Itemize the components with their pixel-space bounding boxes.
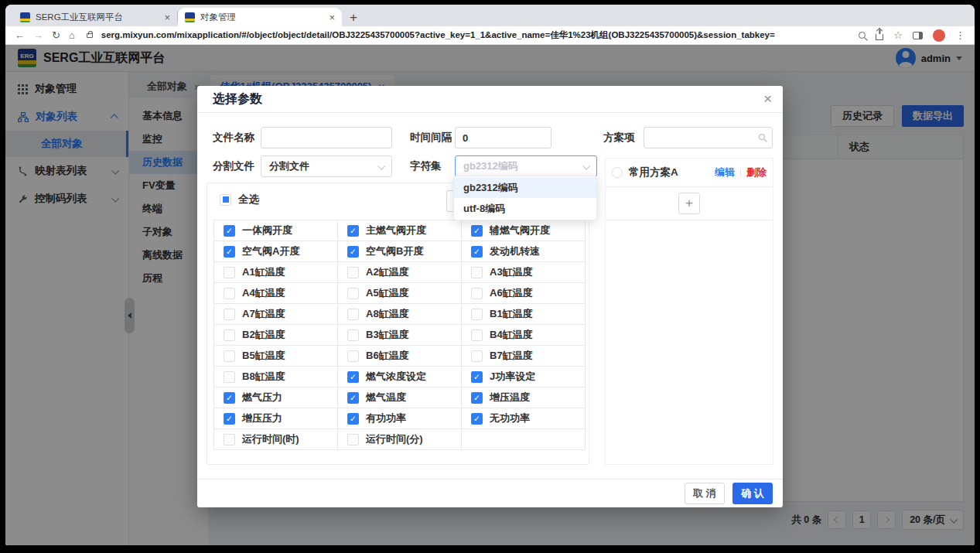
param-cell[interactable]: B5缸温度 (214, 346, 338, 367)
param-checkbox[interactable] (347, 246, 359, 258)
tab-close-icon[interactable]: × (329, 12, 335, 22)
param-cell[interactable]: 燃气压力 (214, 387, 338, 408)
select-all-checkbox[interactable] (220, 194, 231, 206)
charset-option-gb2312[interactable]: gb2312编码 (454, 177, 596, 198)
param-label: 运行时间(分) (366, 432, 423, 446)
url-field[interactable]: serg.mixyun.com/mixapplication/#/object/… (101, 29, 851, 41)
param-cell[interactable]: 燃气浓度设定 (338, 367, 462, 387)
side-panel-icon[interactable] (913, 32, 923, 39)
scheme-search-input[interactable] (644, 127, 773, 148)
tab-close-icon[interactable]: × (164, 12, 170, 22)
param-checkbox[interactable] (224, 392, 235, 404)
share-icon[interactable] (876, 34, 883, 40)
param-cell[interactable]: A5缸温度 (338, 283, 462, 304)
param-checkbox[interactable] (347, 309, 359, 320)
param-checkbox[interactable] (347, 225, 359, 237)
param-checkbox[interactable] (224, 371, 235, 383)
param-cell[interactable]: B7缸温度 (462, 346, 586, 367)
param-cell[interactable]: B4缸温度 (462, 325, 586, 346)
param-label: 燃气浓度设定 (366, 370, 426, 384)
param-cell[interactable]: 空气阀B开度 (338, 241, 462, 262)
param-cell[interactable]: B6缸温度 (338, 346, 462, 367)
param-cell[interactable]: 一体阀开度 (214, 220, 338, 241)
file-name-input[interactable] (261, 127, 392, 148)
modal-close-icon[interactable]: × (763, 89, 772, 109)
back-icon[interactable]: ← (15, 30, 25, 40)
param-cell[interactable]: 辅燃气阀开度 (462, 220, 586, 241)
param-checkbox[interactable] (347, 267, 359, 278)
param-cell[interactable]: A1缸温度 (214, 262, 338, 283)
param-cell[interactable]: 燃气温度 (338, 387, 462, 408)
param-cell[interactable]: B2缸温度 (214, 325, 338, 346)
param-checkbox[interactable] (224, 246, 235, 258)
param-checkbox[interactable] (471, 288, 483, 299)
param-checkbox[interactable] (471, 225, 483, 237)
param-cell[interactable]: A2缸温度 (338, 262, 462, 283)
param-checkbox[interactable] (471, 350, 483, 362)
param-checkbox[interactable] (347, 329, 359, 341)
bookmark-star-icon[interactable]: ☆ (893, 30, 903, 40)
param-cell[interactable]: B3缸温度 (338, 325, 462, 346)
param-checkbox[interactable] (224, 288, 235, 299)
zoom-icon[interactable] (859, 32, 866, 39)
param-checkbox[interactable] (224, 267, 235, 278)
param-cell[interactable]: 增压压力 (214, 408, 338, 429)
param-cell[interactable]: 无功功率 (462, 408, 586, 429)
param-cell[interactable]: A4缸温度 (214, 283, 338, 304)
split-file-select[interactable]: 分割文件 (261, 155, 392, 177)
param-cell[interactable]: 运行时间(分) (338, 429, 462, 450)
param-checkbox[interactable] (347, 350, 359, 362)
param-cell[interactable]: J功率设定 (462, 367, 586, 387)
charset-select[interactable]: gb2312编码 (455, 155, 597, 177)
scheme-edit-link[interactable]: 编辑 (715, 166, 735, 179)
param-cell[interactable]: A7缸温度 (214, 304, 338, 325)
param-checkbox[interactable] (224, 350, 235, 362)
scheme-delete-link[interactable]: 删除 (746, 166, 767, 179)
param-checkbox[interactable] (471, 309, 483, 320)
interval-input[interactable] (455, 127, 551, 148)
param-checkbox[interactable] (347, 392, 359, 404)
select-all-row[interactable]: 全选 (220, 193, 259, 207)
new-tab-button[interactable]: + (350, 11, 357, 24)
confirm-button[interactable]: 确 认 (732, 483, 773, 504)
param-checkbox[interactable] (347, 434, 359, 445)
param-cell[interactable]: B1缸温度 (462, 304, 586, 325)
param-checkbox[interactable] (224, 329, 235, 341)
param-checkbox[interactable] (347, 288, 359, 299)
param-cell[interactable]: B8缸温度 (214, 367, 338, 387)
param-checkbox[interactable] (224, 309, 235, 320)
browser-profile-avatar[interactable] (933, 29, 945, 42)
param-cell[interactable]: 发动机转速 (462, 241, 586, 262)
param-checkbox[interactable] (224, 225, 235, 237)
param-checkbox[interactable] (471, 329, 483, 341)
scheme-radio[interactable] (612, 167, 623, 178)
menu-dots-icon[interactable]: ⋮ (955, 30, 965, 40)
param-checkbox[interactable] (471, 413, 483, 425)
browser-tab-object-mgmt[interactable]: 对象管理 × (178, 8, 342, 26)
param-checkbox[interactable] (471, 246, 483, 258)
param-cell[interactable]: 运行时间(时) (214, 429, 338, 450)
param-checkbox[interactable] (471, 371, 483, 383)
search-icon[interactable] (759, 134, 765, 140)
param-cell[interactable]: 增压温度 (462, 387, 586, 408)
param-checkbox[interactable] (471, 267, 483, 278)
param-checkbox[interactable] (224, 434, 235, 445)
param-label: 增压压力 (242, 411, 282, 425)
param-cell[interactable]: 有功功率 (338, 408, 462, 429)
param-checkbox[interactable] (471, 392, 483, 404)
reload-icon[interactable]: ↻ (52, 30, 60, 40)
param-checkbox[interactable] (347, 371, 359, 383)
param-cell[interactable]: 空气阀A开度 (214, 241, 338, 262)
param-cell[interactable]: A8缸温度 (338, 304, 462, 325)
param-checkbox[interactable] (224, 413, 235, 425)
home-icon[interactable]: ⌂ (69, 30, 75, 40)
param-cell[interactable]: A6缸温度 (462, 283, 586, 304)
param-checkbox[interactable] (347, 413, 359, 425)
charset-option-utf8[interactable]: utf-8编码 (454, 198, 596, 219)
cancel-button[interactable]: 取 消 (685, 483, 725, 504)
add-scheme-button[interactable]: + (678, 193, 700, 214)
browser-tab-serg[interactable]: SERG工业互联网平台 × (13, 8, 177, 26)
forward-icon[interactable]: → (33, 30, 43, 40)
param-cell[interactable]: A3缸温度 (462, 262, 586, 283)
param-cell[interactable]: 主燃气阀开度 (338, 220, 462, 241)
